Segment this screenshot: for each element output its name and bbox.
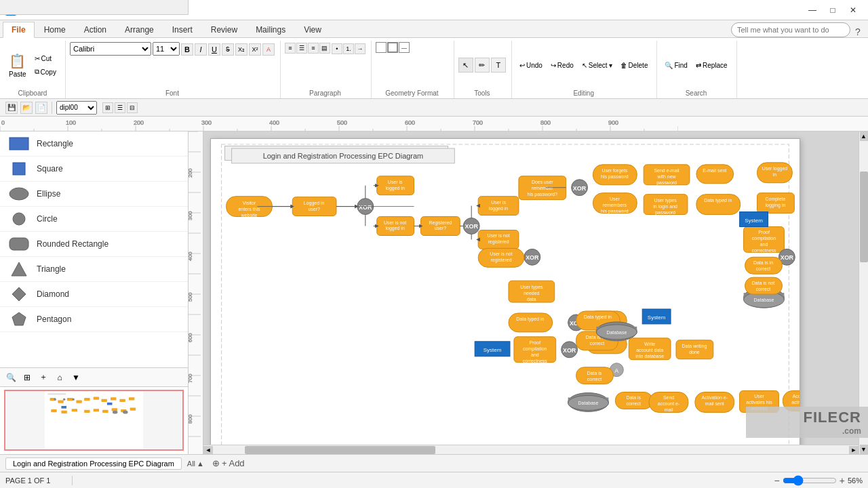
font-color-button[interactable]: A (262, 43, 275, 56)
ruler-horizontal: /* ruler ticks */ 0 100 200 300 400 500 … (0, 117, 868, 131)
tab-mailings[interactable]: Mailings (247, 22, 294, 37)
delete-button[interactable]: 🗑 Delete (617, 59, 652, 71)
sidebar-tool-home[interactable]: ⌂ (53, 371, 66, 384)
redo-button[interactable]: ↪ Redo (547, 59, 577, 71)
editing-label: Editing (516, 88, 652, 97)
sidebar-item-pentagon[interactable]: Pentagon (0, 307, 188, 332)
view-list-button[interactable]: ☰ (115, 102, 125, 113)
font-size-select[interactable]: 11 (153, 42, 180, 56)
svg-rect-60 (84, 410, 90, 413)
clipboard-group: 📋 Paste ✂ Cut ⧉ Copy Clipboard (3, 41, 66, 98)
list-bullet-button[interactable]: • (332, 43, 342, 54)
tab-home[interactable]: Home (35, 22, 75, 37)
add-page-button[interactable]: ⊕ + Add (212, 458, 245, 468)
replace-button[interactable]: ⇄ Replace (692, 59, 731, 71)
justify-button[interactable]: ▤ (319, 43, 330, 54)
close-button[interactable]: ✕ (844, 3, 863, 17)
align-center-button[interactable]: ☰ (296, 43, 307, 54)
ellipse-icon (8, 186, 30, 202)
svg-text:Send e-mail: Send e-mail (654, 168, 679, 173)
svg-text:XOR: XOR (781, 254, 794, 261)
select-button[interactable]: ↖ Select ▾ (578, 59, 616, 71)
svg-text:XOR: XOR (465, 223, 478, 230)
svg-text:600: 600 (405, 119, 415, 126)
italic-button[interactable]: I (195, 43, 207, 56)
sidebar-item-triangle[interactable]: Triangle (0, 257, 188, 282)
sidebar-item-circle[interactable]: Circle (0, 207, 188, 232)
sidebar-item-ellipse[interactable]: Ellipse (0, 182, 188, 207)
svg-text:account data: account data (636, 348, 663, 352)
svg-point-54 (54, 399, 56, 401)
sidebar-item-diamond[interactable]: Diamond (0, 282, 188, 307)
toolbar-open-button[interactable]: 📂 (20, 102, 33, 114)
sidebar-tool-chevron[interactable]: ▼ (69, 371, 83, 384)
sidebar-tool-grid[interactable]: ⊞ (20, 371, 34, 384)
help-icon[interactable]: ? (850, 26, 865, 37)
strikethrough-button[interactable]: S̶ (222, 43, 234, 56)
zoom-out-button[interactable]: − (774, 475, 780, 486)
horizontal-scrollbar[interactable]: ◄ ► (203, 445, 859, 454)
tab-action[interactable]: Action (75, 22, 115, 37)
zoom-in-button[interactable]: + (840, 475, 845, 486)
select-tool-button[interactable]: ↖ (458, 58, 473, 73)
align-right-button[interactable]: ≡ (308, 43, 319, 54)
ribbon: 📋 Paste ✂ Cut ⧉ Copy Clipboard Calibri 1… (0, 38, 868, 99)
svg-text:XOR: XOR (563, 347, 576, 354)
ribbon-search-input[interactable] (731, 22, 850, 37)
scroll-up-button[interactable]: ▲ (860, 131, 868, 141)
scroll-down-button[interactable]: ▼ (860, 445, 868, 454)
all-dropdown[interactable]: All ▲ (187, 460, 204, 468)
bold-button[interactable]: B (181, 43, 193, 56)
list-number-button[interactable]: 1. (343, 43, 354, 54)
shape-border-button[interactable] (387, 42, 398, 53)
svg-text:Data is not: Data is not (752, 281, 774, 285)
sidebar-item-rectangle[interactable]: Rectangle (0, 131, 188, 157)
find-button[interactable]: 🔍 Find (661, 59, 690, 71)
view-normal-button[interactable]: ⊞ (102, 102, 113, 113)
text-tool-button[interactable]: T (491, 58, 506, 73)
sidebar-item-square[interactable]: Square (0, 157, 188, 182)
tab-file[interactable]: File (3, 22, 35, 38)
scroll-right-button[interactable]: ► (849, 446, 859, 454)
line-style-button[interactable]: — (399, 42, 410, 53)
sidebar-tool-search[interactable]: 🔍 (4, 371, 18, 384)
svg-text:XOR: XOR (526, 254, 539, 261)
shape-fill-button[interactable] (376, 42, 387, 53)
font-family-select[interactable]: Calibri (70, 42, 151, 56)
view-grid-button[interactable]: ⊟ (127, 102, 138, 113)
toolbar-new-button[interactable]: 📄 (35, 102, 47, 114)
vertical-scrollbar[interactable]: ▲ ▼ (859, 131, 868, 454)
tab-review[interactable]: Review (202, 22, 246, 37)
page-tab-1[interactable]: Login and Registration Processing EPC Di… (5, 458, 182, 470)
tab-insert[interactable]: Insert (163, 22, 201, 37)
minimize-button[interactable]: — (803, 3, 822, 17)
tab-arrange[interactable]: Arrange (116, 22, 163, 37)
subscript-button[interactable]: X₂ (235, 43, 248, 56)
sidebar-item-rounded-rectangle[interactable]: Rounded Rectangle (0, 232, 188, 257)
toolbar-save-button[interactable]: 💾 (5, 102, 18, 114)
svg-text:Proof: Proof (758, 230, 770, 235)
scroll-thumb[interactable] (860, 171, 868, 262)
underline-button[interactable]: U (208, 43, 220, 56)
indent-button[interactable]: → (355, 43, 366, 54)
cut-button[interactable]: ✂ Cut (31, 52, 60, 64)
superscript-button[interactable]: X² (249, 43, 261, 56)
paste-button[interactable]: 📋 Paste (5, 46, 30, 84)
thumbnail-wrap[interactable] (4, 390, 184, 451)
hscroll-thumb[interactable] (245, 446, 435, 454)
svg-text:activates his: activates his (746, 400, 772, 405)
geometry-format-group: — Geometry Format (373, 41, 454, 98)
align-left-button[interactable]: ≡ (285, 43, 296, 54)
maximize-button[interactable]: □ (823, 3, 842, 17)
pen-tool-button[interactable]: ✏ (475, 58, 490, 73)
zoom-slider[interactable] (783, 475, 837, 486)
zoom-select[interactable]: dipl00 (56, 101, 97, 115)
undo-button[interactable]: ↩ Undo (516, 59, 546, 71)
svg-text:registered: registered (491, 258, 512, 263)
tab-view[interactable]: View (295, 22, 330, 37)
canvas-area: Login and Registration Processing EPC Di… (203, 131, 868, 454)
toolbar-row: 💾 📂 📄 dipl00 ⊞ ☰ ⊟ (0, 99, 868, 117)
copy-button[interactable]: ⧉ Copy (31, 66, 60, 78)
sidebar-tool-add[interactable]: ＋ (37, 371, 50, 384)
scroll-left-button[interactable]: ◄ (203, 446, 213, 454)
